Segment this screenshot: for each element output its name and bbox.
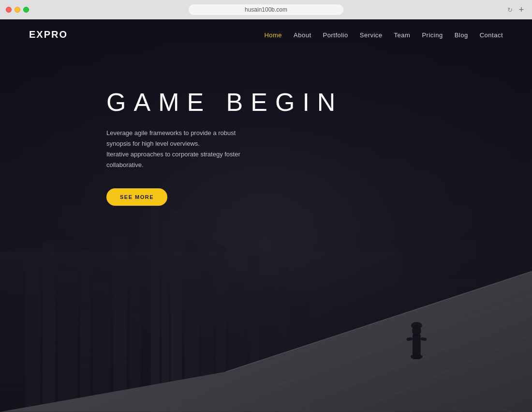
nav-item-home[interactable]: Home [264,31,282,39]
maximize-button[interactable] [23,7,29,13]
nav-link-contact[interactable]: Contact [480,31,503,39]
nav-item-pricing[interactable]: Pricing [422,31,443,39]
nav-item-portfolio[interactable]: Portfolio [323,31,348,39]
hero-subtitle: Leverage agile frameworks to provide a r… [106,128,261,170]
hero-title: GAME BEGIN [106,89,503,116]
nav-item-about[interactable]: About [294,31,311,39]
nav-link-blog[interactable]: Blog [455,31,468,39]
nav-link-home[interactable]: Home [264,31,282,39]
new-tab-button[interactable]: + [517,5,526,15]
logo[interactable]: EXPRO [29,29,68,40]
refresh-icon[interactable]: ↻ [507,6,513,14]
nav-link-team[interactable]: Team [394,31,411,39]
nav-link-service[interactable]: Service [360,31,383,39]
nav-item-team[interactable]: Team [394,31,411,39]
url-text: husain100b.com [245,6,287,13]
see-more-button[interactable]: SEE MORE [106,188,167,206]
nav-link-pricing[interactable]: Pricing [422,31,443,39]
nav-link-about[interactable]: About [294,31,311,39]
nav-item-service[interactable]: Service [360,31,383,39]
nav-item-blog[interactable]: Blog [455,31,468,39]
minimize-button[interactable] [15,7,20,13]
nav-item-contact[interactable]: Contact [480,31,503,39]
hero-content: GAME BEGIN Leverage agile frameworks to … [0,50,532,206]
website-content: EXPRO Home About Portfolio Service Team … [0,19,532,412]
traffic-lights [6,7,29,13]
close-button[interactable] [6,7,12,13]
nav-links: Home About Portfolio Service Team Pricin… [264,31,503,39]
navbar: EXPRO Home About Portfolio Service Team … [0,19,532,50]
nav-link-portfolio[interactable]: Portfolio [323,31,348,39]
browser-chrome: husain100b.com ↻ + [0,0,532,19]
address-bar[interactable]: husain100b.com [189,4,343,15]
